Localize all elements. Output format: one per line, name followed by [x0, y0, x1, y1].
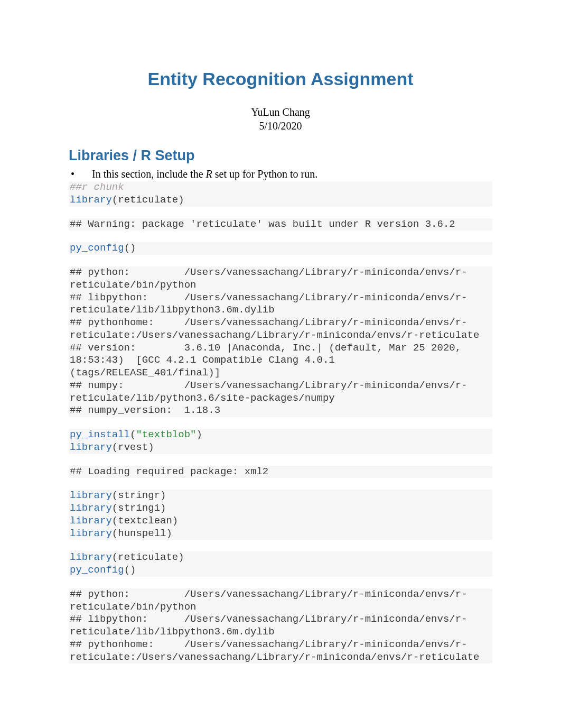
- code-args: (reticulate): [112, 194, 184, 206]
- code-comment: ##r chunk: [70, 181, 124, 193]
- code-block: py_install("textblob") library(rvest): [69, 429, 492, 454]
- code-args: (hunspell): [112, 528, 172, 539]
- code-args: (stringi): [112, 502, 166, 514]
- code-string: "textblob": [136, 429, 196, 440]
- document-author: YuLun Chang: [69, 105, 492, 119]
- code-fn: library: [70, 551, 112, 563]
- code-paren: (: [130, 429, 136, 440]
- bullet-item: • In this section, include the R set up …: [69, 168, 492, 180]
- code-block: library(stringr) library(stringi) librar…: [69, 490, 492, 540]
- code-args: (textclean): [112, 515, 178, 527]
- code-block: ##r chunk library(reticulate): [69, 181, 492, 207]
- code-output: ## Loading required package: xml2: [69, 466, 492, 478]
- bullet-suffix: set up for Python to run.: [212, 168, 317, 180]
- code-fn: library: [70, 502, 112, 514]
- code-paren: ): [196, 429, 202, 440]
- code-output: ## python: /Users/vanessachang/Library/r…: [69, 588, 492, 664]
- code-fn: library: [70, 515, 112, 527]
- document-page: Entity Recognition Assignment YuLun Chan…: [0, 0, 561, 695]
- code-args: (stringr): [112, 490, 166, 501]
- document-date: 5/10/2020: [69, 119, 492, 133]
- bullet-dot-icon: •: [69, 168, 92, 180]
- bullet-prefix: In this section, include the: [92, 168, 206, 180]
- code-fn: library: [70, 194, 112, 206]
- code-args: (): [124, 564, 136, 576]
- code-fn: library: [70, 528, 112, 539]
- bullet-text: In this section, include the R set up fo…: [92, 168, 317, 180]
- code-block: py_config(): [69, 242, 492, 255]
- code-output: ## python: /Users/vanessachang/Library/r…: [69, 266, 492, 417]
- code-args: (reticulate): [112, 551, 184, 563]
- code-args: (): [124, 242, 136, 254]
- code-args: (rvest): [112, 441, 154, 453]
- code-output: ## Warning: package 'reticulate' was bui…: [69, 218, 492, 231]
- bullet-italic: R: [206, 168, 212, 180]
- code-fn: py_config: [70, 242, 124, 254]
- code-fn: library: [70, 490, 112, 501]
- code-block: library(reticulate) py_config(): [69, 551, 492, 577]
- code-fn: py_install: [70, 429, 130, 440]
- document-title: Entity Recognition Assignment: [69, 69, 492, 89]
- section-heading-libraries: Libraries / R Setup: [69, 148, 492, 164]
- code-fn: library: [70, 441, 112, 453]
- code-fn: py_config: [70, 564, 124, 576]
